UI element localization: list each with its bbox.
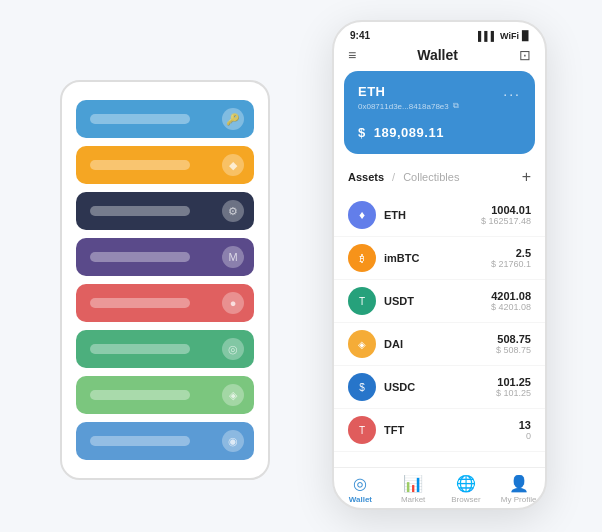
card-icon-0: 🔑 xyxy=(222,108,244,130)
nav-item-browser[interactable]: 🌐 Browser xyxy=(440,474,493,504)
wifi-icon: WiFi xyxy=(500,31,519,41)
asset-usd-imbtc: $ 21760.1 xyxy=(491,259,531,269)
asset-usd-dai: $ 508.75 xyxy=(496,345,531,355)
card-text-6 xyxy=(90,390,190,400)
card-icon-5: ◎ xyxy=(222,338,244,360)
asset-usd-usdt: $ 4201.08 xyxy=(491,302,531,312)
stack-card-6: ◈ xyxy=(76,376,254,414)
asset-name-usdt: USDT xyxy=(384,295,491,307)
add-asset-button[interactable]: + xyxy=(522,168,531,186)
asset-usd-usdc: $ 101.25 xyxy=(496,388,531,398)
stack-card-1: ◆ xyxy=(76,146,254,184)
card-text-1 xyxy=(90,160,190,170)
nav-label-2: Browser xyxy=(451,495,480,504)
card-icon-6: ◈ xyxy=(222,384,244,406)
stack-card-4: ● xyxy=(76,284,254,322)
nav-item-wallet[interactable]: ◎ Wallet xyxy=(334,474,387,504)
asset-name-eth: ETH xyxy=(384,209,481,221)
card-text-7 xyxy=(90,436,190,446)
assets-section: Assets / Collectibles + ♦ ETH 1004.01 $ … xyxy=(334,164,545,467)
stack-card-3: M xyxy=(76,238,254,276)
asset-icon-usdt: T xyxy=(348,287,376,315)
nav-icon-3: 👤 xyxy=(509,474,529,493)
card-icon-2: ⚙ xyxy=(222,200,244,222)
asset-amounts-tft: 13 0 xyxy=(519,419,531,441)
tab-assets[interactable]: Assets xyxy=(348,171,384,183)
nav-icon-0: ◎ xyxy=(353,474,367,493)
assets-header: Assets / Collectibles + xyxy=(334,164,545,194)
status-time: 9:41 xyxy=(350,30,370,41)
asset-row-dai[interactable]: ◈ DAI 508.75 $ 508.75 xyxy=(334,323,545,366)
card-text-0 xyxy=(90,114,190,124)
nav-label-0: Wallet xyxy=(349,495,372,504)
nav-label-1: Market xyxy=(401,495,425,504)
card-stack: 🔑 ◆ ⚙ M ● ◎ ◈ ◉ xyxy=(60,80,270,480)
asset-name-dai: DAI xyxy=(384,338,496,350)
status-bar: 9:41 ▌▌▌ WiFi ▉ xyxy=(334,22,545,45)
asset-usd-tft: 0 xyxy=(519,431,531,441)
asset-row-tft[interactable]: T TFT 13 0 xyxy=(334,409,545,452)
asset-qty-imbtc: 2.5 xyxy=(491,247,531,259)
nav-icon-1: 📊 xyxy=(403,474,423,493)
card-icon-4: ● xyxy=(222,292,244,314)
header-title: Wallet xyxy=(417,47,458,63)
asset-qty-tft: 13 xyxy=(519,419,531,431)
asset-amounts-usdt: 4201.08 $ 4201.08 xyxy=(491,290,531,312)
asset-amounts-imbtc: 2.5 $ 21760.1 xyxy=(491,247,531,269)
stack-card-5: ◎ xyxy=(76,330,254,368)
card-text-2 xyxy=(90,206,190,216)
card-icon-1: ◆ xyxy=(222,154,244,176)
asset-amounts-usdc: 101.25 $ 101.25 xyxy=(496,376,531,398)
eth-card-label: ETH xyxy=(358,84,386,99)
nav-item-my-profile[interactable]: 👤 My Profile xyxy=(492,474,545,504)
asset-qty-usdc: 101.25 xyxy=(496,376,531,388)
tab-collectibles[interactable]: Collectibles xyxy=(403,171,459,183)
asset-row-eth[interactable]: ♦ ETH 1004.01 $ 162517.48 xyxy=(334,194,545,237)
eth-card-header: ETH ... xyxy=(358,83,521,99)
scan-icon[interactable]: ⊡ xyxy=(519,47,531,63)
nav-label-3: My Profile xyxy=(501,495,537,504)
stack-card-7: ◉ xyxy=(76,422,254,460)
bottom-nav: ◎ Wallet 📊 Market 🌐 Browser 👤 My Profile xyxy=(334,467,545,508)
asset-row-usdt[interactable]: T USDT 4201.08 $ 4201.08 xyxy=(334,280,545,323)
asset-icon-usdc: $ xyxy=(348,373,376,401)
asset-qty-dai: 508.75 xyxy=(496,333,531,345)
asset-list: ♦ ETH 1004.01 $ 162517.48 ₿ imBTC 2.5 $ … xyxy=(334,194,545,467)
asset-row-usdc[interactable]: $ USDC 101.25 $ 101.25 xyxy=(334,366,545,409)
card-icon-3: M xyxy=(222,246,244,268)
nav-icon-2: 🌐 xyxy=(456,474,476,493)
phone-frame: 9:41 ▌▌▌ WiFi ▉ ≡ Wallet ⊡ ETH ... 0x087… xyxy=(332,20,547,510)
copy-icon[interactable]: ⧉ xyxy=(453,101,459,111)
asset-icon-eth: ♦ xyxy=(348,201,376,229)
app-header: ≡ Wallet ⊡ xyxy=(334,45,545,71)
asset-name-tft: TFT xyxy=(384,424,519,436)
asset-icon-imbtc: ₿ xyxy=(348,244,376,272)
asset-qty-usdt: 4201.08 xyxy=(491,290,531,302)
eth-address: 0x08711d3e...8418a78e3 ⧉ xyxy=(358,101,521,111)
menu-icon[interactable]: ≡ xyxy=(348,47,356,63)
card-text-4 xyxy=(90,298,190,308)
signal-icon: ▌▌▌ xyxy=(478,31,497,41)
asset-amounts-dai: 508.75 $ 508.75 xyxy=(496,333,531,355)
stack-card-2: ⚙ xyxy=(76,192,254,230)
asset-name-usdc: USDC xyxy=(384,381,496,393)
eth-card-menu[interactable]: ... xyxy=(503,83,521,99)
asset-usd-eth: $ 162517.48 xyxy=(481,216,531,226)
asset-row-imbtc[interactable]: ₿ imBTC 2.5 $ 21760.1 xyxy=(334,237,545,280)
assets-tabs: Assets / Collectibles xyxy=(348,171,459,183)
nav-item-market[interactable]: 📊 Market xyxy=(387,474,440,504)
asset-icon-dai: ◈ xyxy=(348,330,376,358)
stack-card-0: 🔑 xyxy=(76,100,254,138)
eth-balance: $ 189,089.11 xyxy=(358,119,521,142)
battery-icon: ▉ xyxy=(522,31,529,41)
asset-name-imbtc: imBTC xyxy=(384,252,491,264)
asset-icon-tft: T xyxy=(348,416,376,444)
tab-divider: / xyxy=(392,171,395,183)
card-icon-7: ◉ xyxy=(222,430,244,452)
card-text-3 xyxy=(90,252,190,262)
status-icons: ▌▌▌ WiFi ▉ xyxy=(478,31,529,41)
asset-amounts-eth: 1004.01 $ 162517.48 xyxy=(481,204,531,226)
card-text-5 xyxy=(90,344,190,354)
asset-qty-eth: 1004.01 xyxy=(481,204,531,216)
eth-wallet-card: ETH ... 0x08711d3e...8418a78e3 ⧉ $ 189,0… xyxy=(344,71,535,154)
